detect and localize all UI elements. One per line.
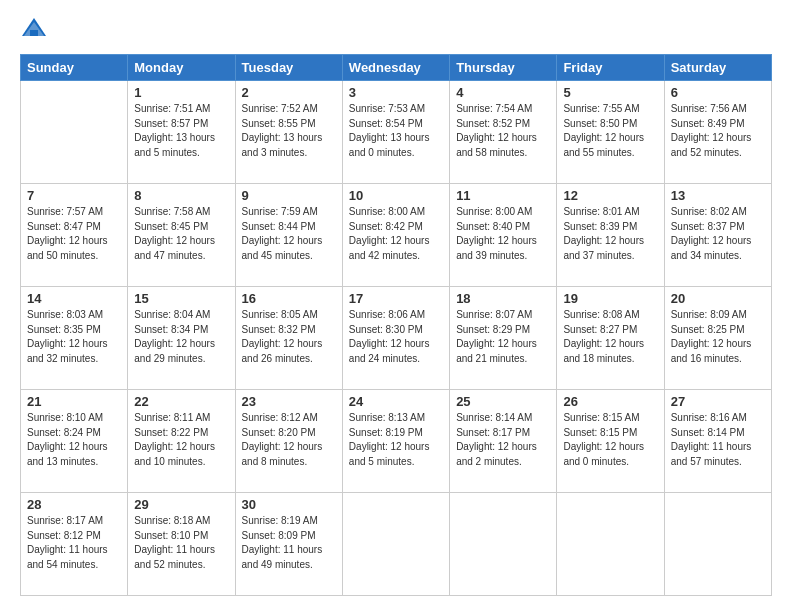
calendar-cell	[664, 493, 771, 596]
calendar-cell: 11Sunrise: 8:00 AM Sunset: 8:40 PM Dayli…	[450, 184, 557, 287]
calendar-cell: 9Sunrise: 7:59 AM Sunset: 8:44 PM Daylig…	[235, 184, 342, 287]
day-info: Sunrise: 7:54 AM Sunset: 8:52 PM Dayligh…	[456, 102, 550, 160]
day-info: Sunrise: 8:12 AM Sunset: 8:20 PM Dayligh…	[242, 411, 336, 469]
week-row-3: 14Sunrise: 8:03 AM Sunset: 8:35 PM Dayli…	[21, 287, 772, 390]
calendar-cell: 26Sunrise: 8:15 AM Sunset: 8:15 PM Dayli…	[557, 390, 664, 493]
day-number: 17	[349, 291, 443, 306]
day-info: Sunrise: 8:17 AM Sunset: 8:12 PM Dayligh…	[27, 514, 121, 572]
calendar-cell: 13Sunrise: 8:02 AM Sunset: 8:37 PM Dayli…	[664, 184, 771, 287]
day-info: Sunrise: 8:00 AM Sunset: 8:42 PM Dayligh…	[349, 205, 443, 263]
week-row-1: 1Sunrise: 7:51 AM Sunset: 8:57 PM Daylig…	[21, 81, 772, 184]
calendar-cell: 29Sunrise: 8:18 AM Sunset: 8:10 PM Dayli…	[128, 493, 235, 596]
weekday-header-tuesday: Tuesday	[235, 55, 342, 81]
calendar-cell: 15Sunrise: 8:04 AM Sunset: 8:34 PM Dayli…	[128, 287, 235, 390]
day-number: 29	[134, 497, 228, 512]
calendar-table: SundayMondayTuesdayWednesdayThursdayFrid…	[20, 54, 772, 596]
calendar-cell: 17Sunrise: 8:06 AM Sunset: 8:30 PM Dayli…	[342, 287, 449, 390]
day-info: Sunrise: 7:51 AM Sunset: 8:57 PM Dayligh…	[134, 102, 228, 160]
day-number: 14	[27, 291, 121, 306]
weekday-header-wednesday: Wednesday	[342, 55, 449, 81]
day-number: 24	[349, 394, 443, 409]
logo-icon	[20, 16, 48, 44]
day-number: 27	[671, 394, 765, 409]
logo	[20, 16, 52, 44]
calendar-cell: 14Sunrise: 8:03 AM Sunset: 8:35 PM Dayli…	[21, 287, 128, 390]
calendar-cell: 27Sunrise: 8:16 AM Sunset: 8:14 PM Dayli…	[664, 390, 771, 493]
weekday-header-row: SundayMondayTuesdayWednesdayThursdayFrid…	[21, 55, 772, 81]
day-info: Sunrise: 7:56 AM Sunset: 8:49 PM Dayligh…	[671, 102, 765, 160]
weekday-header-friday: Friday	[557, 55, 664, 81]
day-number: 28	[27, 497, 121, 512]
calendar-cell: 12Sunrise: 8:01 AM Sunset: 8:39 PM Dayli…	[557, 184, 664, 287]
day-info: Sunrise: 8:09 AM Sunset: 8:25 PM Dayligh…	[671, 308, 765, 366]
day-number: 19	[563, 291, 657, 306]
day-number: 21	[27, 394, 121, 409]
calendar-cell: 8Sunrise: 7:58 AM Sunset: 8:45 PM Daylig…	[128, 184, 235, 287]
day-number: 22	[134, 394, 228, 409]
page: SundayMondayTuesdayWednesdayThursdayFrid…	[0, 0, 792, 612]
day-info: Sunrise: 7:55 AM Sunset: 8:50 PM Dayligh…	[563, 102, 657, 160]
day-info: Sunrise: 7:59 AM Sunset: 8:44 PM Dayligh…	[242, 205, 336, 263]
day-info: Sunrise: 8:06 AM Sunset: 8:30 PM Dayligh…	[349, 308, 443, 366]
day-info: Sunrise: 7:53 AM Sunset: 8:54 PM Dayligh…	[349, 102, 443, 160]
day-number: 13	[671, 188, 765, 203]
day-number: 1	[134, 85, 228, 100]
day-info: Sunrise: 8:03 AM Sunset: 8:35 PM Dayligh…	[27, 308, 121, 366]
day-info: Sunrise: 8:01 AM Sunset: 8:39 PM Dayligh…	[563, 205, 657, 263]
day-info: Sunrise: 8:13 AM Sunset: 8:19 PM Dayligh…	[349, 411, 443, 469]
day-number: 10	[349, 188, 443, 203]
day-info: Sunrise: 8:04 AM Sunset: 8:34 PM Dayligh…	[134, 308, 228, 366]
week-row-5: 28Sunrise: 8:17 AM Sunset: 8:12 PM Dayli…	[21, 493, 772, 596]
day-number: 25	[456, 394, 550, 409]
day-number: 5	[563, 85, 657, 100]
day-info: Sunrise: 8:10 AM Sunset: 8:24 PM Dayligh…	[27, 411, 121, 469]
week-row-4: 21Sunrise: 8:10 AM Sunset: 8:24 PM Dayli…	[21, 390, 772, 493]
calendar-cell: 7Sunrise: 7:57 AM Sunset: 8:47 PM Daylig…	[21, 184, 128, 287]
weekday-header-thursday: Thursday	[450, 55, 557, 81]
day-number: 26	[563, 394, 657, 409]
weekday-header-monday: Monday	[128, 55, 235, 81]
day-number: 8	[134, 188, 228, 203]
day-info: Sunrise: 7:58 AM Sunset: 8:45 PM Dayligh…	[134, 205, 228, 263]
day-number: 30	[242, 497, 336, 512]
day-number: 3	[349, 85, 443, 100]
day-info: Sunrise: 8:16 AM Sunset: 8:14 PM Dayligh…	[671, 411, 765, 469]
svg-rect-2	[30, 30, 38, 36]
calendar-cell: 23Sunrise: 8:12 AM Sunset: 8:20 PM Dayli…	[235, 390, 342, 493]
day-number: 2	[242, 85, 336, 100]
day-number: 9	[242, 188, 336, 203]
day-info: Sunrise: 8:07 AM Sunset: 8:29 PM Dayligh…	[456, 308, 550, 366]
day-info: Sunrise: 8:05 AM Sunset: 8:32 PM Dayligh…	[242, 308, 336, 366]
day-number: 4	[456, 85, 550, 100]
day-number: 15	[134, 291, 228, 306]
calendar-cell: 6Sunrise: 7:56 AM Sunset: 8:49 PM Daylig…	[664, 81, 771, 184]
day-info: Sunrise: 8:14 AM Sunset: 8:17 PM Dayligh…	[456, 411, 550, 469]
day-info: Sunrise: 8:11 AM Sunset: 8:22 PM Dayligh…	[134, 411, 228, 469]
day-number: 11	[456, 188, 550, 203]
calendar-cell: 18Sunrise: 8:07 AM Sunset: 8:29 PM Dayli…	[450, 287, 557, 390]
calendar-cell	[557, 493, 664, 596]
calendar-cell	[342, 493, 449, 596]
day-number: 20	[671, 291, 765, 306]
day-info: Sunrise: 8:02 AM Sunset: 8:37 PM Dayligh…	[671, 205, 765, 263]
calendar-cell: 10Sunrise: 8:00 AM Sunset: 8:42 PM Dayli…	[342, 184, 449, 287]
day-number: 23	[242, 394, 336, 409]
calendar-cell: 20Sunrise: 8:09 AM Sunset: 8:25 PM Dayli…	[664, 287, 771, 390]
calendar-cell: 1Sunrise: 7:51 AM Sunset: 8:57 PM Daylig…	[128, 81, 235, 184]
week-row-2: 7Sunrise: 7:57 AM Sunset: 8:47 PM Daylig…	[21, 184, 772, 287]
day-info: Sunrise: 8:08 AM Sunset: 8:27 PM Dayligh…	[563, 308, 657, 366]
day-info: Sunrise: 8:19 AM Sunset: 8:09 PM Dayligh…	[242, 514, 336, 572]
day-number: 7	[27, 188, 121, 203]
weekday-header-sunday: Sunday	[21, 55, 128, 81]
calendar-cell: 16Sunrise: 8:05 AM Sunset: 8:32 PM Dayli…	[235, 287, 342, 390]
calendar-cell: 25Sunrise: 8:14 AM Sunset: 8:17 PM Dayli…	[450, 390, 557, 493]
calendar-cell: 24Sunrise: 8:13 AM Sunset: 8:19 PM Dayli…	[342, 390, 449, 493]
day-number: 6	[671, 85, 765, 100]
calendar-cell: 19Sunrise: 8:08 AM Sunset: 8:27 PM Dayli…	[557, 287, 664, 390]
day-number: 16	[242, 291, 336, 306]
calendar-cell: 3Sunrise: 7:53 AM Sunset: 8:54 PM Daylig…	[342, 81, 449, 184]
day-info: Sunrise: 7:52 AM Sunset: 8:55 PM Dayligh…	[242, 102, 336, 160]
day-info: Sunrise: 8:00 AM Sunset: 8:40 PM Dayligh…	[456, 205, 550, 263]
calendar-cell	[450, 493, 557, 596]
day-number: 18	[456, 291, 550, 306]
